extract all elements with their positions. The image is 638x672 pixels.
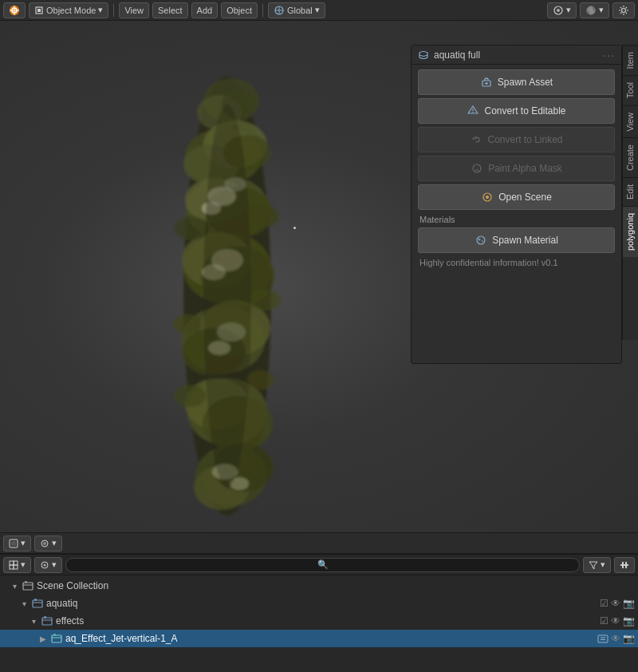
spawn-material-button[interactable]: Spawn Material xyxy=(418,227,615,253)
paint-alpha-label: Paint Alpha Mask xyxy=(488,163,562,174)
outliner-scene-collection[interactable]: ▾ Scene Collection xyxy=(0,577,638,595)
aq-effect-icon xyxy=(51,633,62,644)
outliner-effects[interactable]: ▾ effects ☑ 👁 📷 xyxy=(0,612,638,630)
settings-btn[interactable] xyxy=(612,2,635,18)
tab-polygoniq[interactable]: polygoniq xyxy=(623,206,638,257)
transform-btn[interactable]: Global ▾ xyxy=(268,2,325,18)
open-scene-icon xyxy=(481,191,494,204)
svg-point-46 xyxy=(173,314,202,334)
view-menu-btn[interactable]: View xyxy=(119,2,149,18)
svg-point-10 xyxy=(557,9,560,12)
scene-collection-icon xyxy=(22,580,33,591)
svg-point-47 xyxy=(174,385,206,407)
right-panel: aquatiq full ··· Spawn Asset xyxy=(411,45,622,364)
spawn-asset-icon xyxy=(480,76,493,89)
effects-visibility-icons: ☑ 👁 📷 xyxy=(600,615,635,627)
aquatiq-checkbox[interactable]: ☑ xyxy=(600,598,608,609)
aq-effect-eye[interactable]: 👁 xyxy=(611,633,620,644)
convert-linked-button[interactable]: Convert to Linked xyxy=(418,127,615,152)
effects-label: effects xyxy=(56,615,597,627)
aq-effect-arrow[interactable]: ▶ xyxy=(38,634,48,643)
aq-effect-render[interactable]: 📷 xyxy=(623,633,635,644)
outliner-settings-btn[interactable] xyxy=(614,557,635,573)
svg-rect-69 xyxy=(14,561,18,565)
object-mode-btn[interactable]: Object Mode ▾ xyxy=(29,2,108,18)
outliner-aq-effect[interactable]: ▶ aq_Effect_Jet-vertical-1_A 👁 xyxy=(0,630,638,647)
viewport-view-btn[interactable]: ▾ xyxy=(3,536,31,551)
aquatiq-visibility-icons: ☑ 👁 📷 xyxy=(600,598,635,609)
paint-alpha-button[interactable]: Paint Alpha Mask xyxy=(418,156,615,181)
viewport-icon xyxy=(9,539,18,548)
mode-icon xyxy=(40,539,49,548)
svg-rect-83 xyxy=(52,635,61,642)
tab-view[interactable]: View xyxy=(623,105,638,138)
spawn-material-icon xyxy=(475,234,487,247)
svg-rect-85 xyxy=(598,635,608,642)
viewport[interactable]: aquatiq full ··· Spawn Asset xyxy=(0,21,638,553)
blender-logo-btn[interactable] xyxy=(3,2,26,18)
spawn-asset-button[interactable]: Spawn Asset xyxy=(418,69,615,95)
separator-1 xyxy=(113,4,114,17)
convert-editable-button[interactable]: Convert to Editable xyxy=(418,98,615,124)
aq-effect-label: aq_Effect_Jet-vertical-1_A xyxy=(65,633,594,644)
effects-expand-arrow[interactable]: ▾ xyxy=(29,617,38,626)
top-toolbar: Object Mode ▾ View Select Add Object Glo… xyxy=(0,0,638,21)
object-menu-btn[interactable]: Object xyxy=(221,2,258,18)
plant-object xyxy=(160,69,295,524)
outliner-display-btn[interactable]: ▾ xyxy=(34,557,62,573)
svg-point-58 xyxy=(473,164,481,172)
effects-render[interactable]: 📷 xyxy=(623,615,635,627)
outliner-filter-btn[interactable]: ▾ xyxy=(583,557,611,573)
svg-point-51 xyxy=(203,105,251,488)
svg-rect-78 xyxy=(25,581,27,583)
svg-rect-74 xyxy=(620,564,628,566)
svg-rect-76 xyxy=(625,562,627,568)
svg-point-60 xyxy=(486,196,489,199)
add-menu-btn[interactable]: Add xyxy=(191,2,219,18)
svg-rect-70 xyxy=(10,565,14,569)
svg-point-61 xyxy=(477,236,485,244)
panel-icon xyxy=(418,49,429,61)
expand-arrow[interactable]: ▾ xyxy=(10,582,19,591)
tab-tool[interactable]: Tool xyxy=(623,75,638,105)
spawn-material-label: Spawn Material xyxy=(492,235,558,246)
svg-rect-68 xyxy=(10,561,14,565)
convert-editable-label: Convert to Editable xyxy=(484,105,565,117)
svg-rect-75 xyxy=(622,562,624,568)
materials-section-label: Materials xyxy=(418,213,615,224)
svg-point-67 xyxy=(43,542,46,545)
open-scene-label: Open Scene xyxy=(498,192,552,203)
paint-alpha-icon xyxy=(471,162,483,175)
svg-point-62 xyxy=(478,239,481,241)
aquatiq-label: aquatiq xyxy=(46,598,597,609)
tab-create[interactable]: Create xyxy=(623,137,638,177)
outliner-aquatiq[interactable]: ▾ aquatiq ☑ 👁 📷 xyxy=(0,595,638,612)
aquatiq-expand-arrow[interactable]: ▾ xyxy=(19,599,29,608)
panel-header: aquatiq full ··· xyxy=(412,45,621,65)
side-tabs: Item Tool View Create Edit polygoniq xyxy=(622,45,638,340)
effects-checkbox[interactable]: ☑ xyxy=(600,615,608,627)
panel-options[interactable]: ··· xyxy=(603,49,615,61)
aquatiq-render[interactable]: 📷 xyxy=(623,598,635,609)
aquatiq-eye[interactable]: 👁 xyxy=(611,598,620,609)
svg-point-57 xyxy=(473,112,475,113)
select-menu-btn[interactable]: Select xyxy=(152,2,188,18)
outliner-search[interactable]: 🔍 xyxy=(65,558,580,572)
svg-rect-65 xyxy=(11,541,16,546)
shading-btn[interactable]: ▾ xyxy=(580,2,609,18)
svg-point-50 xyxy=(246,370,274,389)
overlay-btn[interactable]: ▾ xyxy=(547,2,577,18)
svg-rect-82 xyxy=(44,616,46,619)
svg-rect-81 xyxy=(42,618,52,625)
outliner-header: ▾ ▾ 🔍 ▾ xyxy=(0,555,638,575)
effects-eye[interactable]: 👁 xyxy=(611,615,620,627)
convert-linked-icon xyxy=(470,133,482,146)
svg-rect-77 xyxy=(23,583,33,590)
outliner-view-btn[interactable]: ▾ xyxy=(3,557,31,573)
tab-edit[interactable]: Edit xyxy=(623,177,638,206)
open-scene-button[interactable]: Open Scene xyxy=(418,184,615,210)
svg-point-45 xyxy=(174,216,209,240)
tab-item[interactable]: Item xyxy=(623,45,638,75)
viewport-mode-btn[interactable]: ▾ xyxy=(34,536,62,551)
svg-rect-79 xyxy=(33,600,42,607)
